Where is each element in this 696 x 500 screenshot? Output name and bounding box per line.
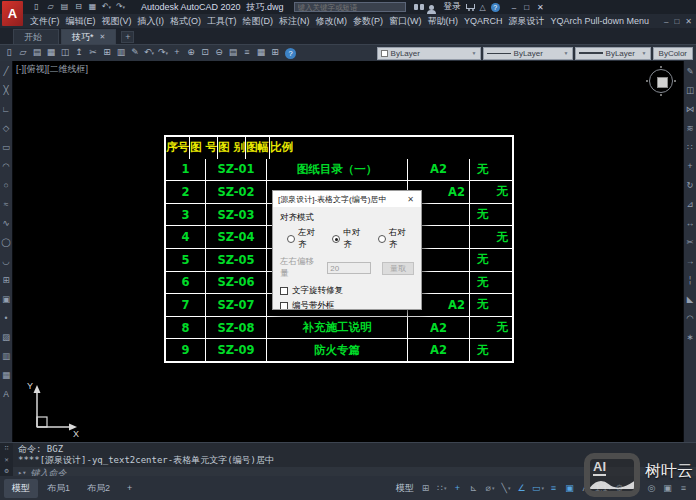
trim-icon[interactable]: ✂ [686, 233, 693, 252]
chamfer-icon[interactable]: ◣ [687, 290, 694, 309]
dialog-title-bar[interactable]: [源泉设计]-表格文字(编号)居中 ✕ [273, 191, 421, 207]
align-radio[interactable]: 中对齐 [332, 227, 368, 251]
menu-item[interactable]: 格式(O) [167, 15, 204, 28]
close-button[interactable]: ✕ [537, 3, 544, 12]
doc-restore-button[interactable]: □ [674, 17, 679, 26]
line-icon[interactable]: ╱ [3, 62, 8, 81]
new-icon[interactable]: ▯ [2, 45, 16, 61]
zoom-realtime-icon[interactable]: ⊕ [184, 45, 198, 61]
menu-item[interactable]: 绘图(D) [240, 15, 277, 28]
menu-item[interactable]: 视图(V) [99, 15, 135, 28]
measure-button[interactable]: 量取 [382, 262, 414, 275]
dialog-checkbox[interactable]: 编号带外框 [280, 300, 414, 310]
menu-item[interactable]: 文件(F) [27, 15, 63, 28]
mirror-icon[interactable]: ⋈ [686, 100, 695, 119]
help-search-input[interactable] [294, 2, 406, 12]
spline-icon[interactable]: ∿ [2, 214, 9, 233]
grid-icon[interactable]: ⊞ [418, 480, 434, 496]
ellipse-arc-icon[interactable]: ◡ [2, 252, 9, 271]
offset-icon[interactable]: ≋ [686, 119, 693, 138]
stretch-icon[interactable]: ↔ [686, 214, 695, 233]
menu-item[interactable]: 工具(T) [204, 15, 240, 28]
zoom-window-icon[interactable]: ⊡ [198, 45, 212, 61]
save-icon[interactable]: ▤ [30, 45, 44, 61]
offset-input[interactable] [327, 262, 371, 274]
cut-icon[interactable]: ✂ [86, 45, 100, 61]
break-icon[interactable]: ╎ [687, 271, 692, 290]
autocad-logo-icon[interactable]: A [2, 1, 23, 26]
menu-item[interactable]: 修改(M) [313, 15, 351, 28]
menu-item[interactable]: YQARCH [461, 16, 506, 26]
rectangle-icon[interactable]: ▭ [2, 138, 10, 157]
polyline-icon[interactable]: ∟ [2, 100, 10, 119]
polygon-icon[interactable]: ◇ [3, 119, 10, 138]
circle-icon[interactable]: ○ [3, 176, 8, 195]
undo-icon[interactable]: ↶▾ [100, 0, 113, 14]
match-properties-icon[interactable]: ✎ [128, 45, 142, 61]
lineweight-icon[interactable]: ▭▾ [530, 480, 546, 496]
align-radio[interactable]: 右对齐 [378, 227, 414, 251]
layout-tab[interactable]: 布局2 [79, 479, 118, 498]
snap-icon[interactable]: ∷▾ [434, 480, 450, 496]
open-icon[interactable]: ▱ [44, 0, 57, 14]
drawing-canvas[interactable]: [-][俯视][二维线框] 序号图 号图 别图幅比例 1 SZ-01 图纸目录（… [13, 61, 683, 442]
user-icon[interactable] [429, 5, 434, 10]
hatch-icon[interactable]: ▨ [2, 328, 10, 347]
copy-icon[interactable]: ⊞ [100, 45, 114, 61]
table-icon[interactable]: ▦ [254, 45, 268, 61]
menu-item[interactable]: 编辑(E) [63, 15, 99, 28]
model-space-label[interactable]: 模型 [396, 482, 414, 495]
osnap-tracking-icon[interactable]: ∠ [514, 480, 530, 496]
plot-style-button[interactable]: ByColor [653, 47, 693, 60]
layout-tab[interactable]: 模型 [4, 479, 38, 498]
navigation-wheel-icon[interactable] [649, 69, 673, 93]
revision-cloud-icon[interactable]: ≈ [4, 195, 9, 214]
isodraft-icon[interactable]: ╲▾ [498, 480, 514, 496]
rotate-icon[interactable]: ↻ [686, 176, 693, 195]
table-row[interactable]: 9 SZ-09 防火专篇 A2 无 [166, 338, 512, 361]
layers-icon[interactable]: ≡ [240, 45, 254, 61]
array-icon[interactable]: ∷ [687, 138, 692, 157]
mtext-icon[interactable]: A [3, 385, 9, 404]
undo-icon[interactable]: ↶▾ [142, 45, 156, 61]
wrench-icon[interactable]: ⚙ [4, 467, 8, 475]
zoom-previous-icon[interactable]: ⊖ [212, 45, 226, 61]
calculator-icon[interactable]: ⊞ [268, 45, 282, 61]
insert-block-icon[interactable]: ⊞ [2, 271, 9, 290]
redo-icon[interactable]: ↷▾ [156, 45, 170, 61]
table-icon[interactable]: ▦ [2, 366, 10, 385]
new-tab-button[interactable]: + [121, 31, 134, 43]
command-close-icon[interactable]: ✕ [4, 456, 8, 464]
viewport-controls[interactable]: [-][俯视][二维线框] [16, 63, 88, 76]
point-icon[interactable]: • [5, 309, 8, 328]
scale-icon[interactable]: ⊿ [686, 195, 693, 214]
layout-tab[interactable]: 布局1 [39, 479, 78, 498]
new-icon[interactable]: ▯ [30, 0, 43, 14]
file-tab[interactable]: 技巧*✕ [61, 29, 116, 44]
dialog-close-icon[interactable]: ✕ [405, 195, 416, 204]
menu-item[interactable]: 源泉设计 [506, 15, 548, 28]
store-cart-icon[interactable] [466, 4, 475, 9]
layout-tab[interactable]: + [119, 480, 140, 496]
redo-icon[interactable]: ↷▾ [114, 0, 127, 14]
erase-icon[interactable]: ✎ [686, 62, 693, 81]
object-snap-icon[interactable]: ▣ [562, 480, 578, 496]
copy-icon[interactable]: ◫ [686, 81, 694, 100]
doc-close-button[interactable]: ✕ [685, 17, 692, 26]
polar-tracking-icon[interactable]: ⌀▾ [482, 480, 498, 496]
plot-icon[interactable]: ▦ [86, 0, 99, 14]
extend-icon[interactable]: → [686, 252, 695, 271]
properties-icon[interactable]: ▤ [226, 45, 240, 61]
plot-icon[interactable]: ▦ [44, 45, 58, 61]
menu-item[interactable]: 窗口(W) [386, 15, 425, 28]
arc-icon[interactable]: ◠ [2, 157, 9, 176]
dynamic-input-icon[interactable]: + [450, 480, 466, 496]
help-icon[interactable]: ? [285, 48, 296, 59]
align-radio[interactable]: 左对齐 [287, 227, 323, 251]
lineweight-dropdown[interactable]: ByLayer▼ [575, 47, 651, 60]
menu-item[interactable]: YQArch Pull-down Menu [548, 16, 653, 26]
pan-icon[interactable]: + [170, 45, 184, 61]
doc-minimize-button[interactable]: – [664, 17, 668, 26]
search-icon[interactable] [414, 4, 424, 10]
save-as-icon[interactable]: ⊟ [72, 0, 85, 14]
